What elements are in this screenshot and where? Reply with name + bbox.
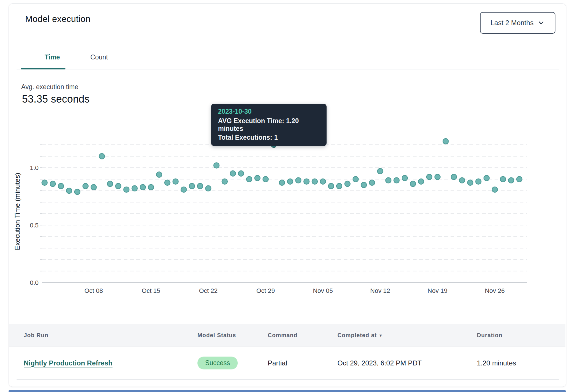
data-point[interactable] [443,139,448,144]
y-tick-label: 0.5 [30,222,39,229]
data-point[interactable] [369,180,375,185]
data-point[interactable] [320,179,326,184]
data-point[interactable] [517,177,522,182]
data-point[interactable] [509,178,514,183]
data-point[interactable] [247,177,252,182]
data-point[interactable] [206,186,211,191]
data-point[interactable] [263,177,268,182]
data-point[interactable] [42,180,47,185]
data-point[interactable] [427,174,432,180]
data-point[interactable] [66,188,72,193]
data-point[interactable] [410,181,416,187]
x-tick-label: Nov 12 [370,287,390,294]
column-header-model-status[interactable]: Model Status [197,332,268,339]
sort-desc-icon[interactable]: ▾ [379,333,382,337]
x-tick-label: Nov 05 [313,287,333,294]
data-point[interactable] [214,163,219,168]
column-header-completed-at[interactable]: Completed at ▾ [337,332,477,339]
tooltip-date: 2023-10-30 [218,108,320,115]
data-point[interactable] [304,179,309,184]
data-point[interactable] [467,180,473,185]
data-point[interactable] [394,178,399,183]
data-point[interactable] [83,183,88,189]
data-point[interactable] [173,179,178,184]
page-title: Model execution [25,14,91,24]
data-point[interactable] [287,179,293,184]
data-point[interactable] [148,185,154,190]
data-point[interactable] [50,181,55,187]
data-point[interactable] [181,187,187,192]
x-tick-label: Oct 15 [142,287,160,294]
next-section-edge [9,390,566,392]
data-point[interactable] [91,185,96,190]
tabs-divider [17,69,559,69]
status-badge: Success [197,357,238,369]
data-point[interactable] [157,172,162,177]
data-point[interactable] [328,183,334,189]
avg-execution-time-label: Avg. execution time [21,83,78,91]
data-point[interactable] [386,178,391,183]
data-point[interactable] [500,177,506,182]
data-point[interactable] [132,186,137,191]
data-point[interactable] [255,175,260,181]
column-header-job-run[interactable]: Job Run [24,332,197,339]
data-point[interactable] [451,174,457,180]
data-point[interactable] [222,179,227,184]
data-point[interactable] [279,180,285,185]
chevron-down-icon [537,19,545,27]
x-tick-label: Nov 19 [427,287,447,294]
table-header-row: Job Run Model Status Command Completed a… [9,324,565,347]
row-divider [17,379,559,380]
tooltip-avg-execution-time: AVG Execution Time: 1.20 minutes [218,117,320,133]
data-point[interactable] [312,179,317,184]
data-point[interactable] [230,171,235,176]
data-point[interactable] [197,183,203,189]
data-point[interactable] [165,180,170,185]
data-point[interactable] [107,181,113,187]
active-tab-underline [21,68,65,69]
date-range-dropdown[interactable]: Last 2 Months [480,12,555,34]
data-point[interactable] [353,177,358,182]
command-cell: Partial [268,359,337,367]
data-point[interactable] [124,187,129,192]
job-run-link[interactable]: Nightly Production Refresh [24,359,113,367]
data-point[interactable] [189,183,195,189]
tooltip-total-executions: Total Executions: 1 [218,134,320,141]
execution-time-chart: 0.00.51.0Execution Time (minutes)Oct 08O… [9,123,566,309]
data-point[interactable] [115,183,121,189]
data-point[interactable] [492,187,497,192]
x-tick-label: Oct 22 [199,287,218,294]
x-tick-label: Nov 26 [485,287,505,294]
column-header-command[interactable]: Command [268,332,337,339]
data-point[interactable] [402,175,407,181]
data-point[interactable] [140,185,145,190]
data-point[interactable] [99,153,105,159]
y-axis-title: Execution Time (minutes) [13,173,21,250]
chart-tooltip: 2023-10-30 AVG Execution Time: 1.20 minu… [211,104,327,146]
data-point[interactable] [345,181,350,187]
data-point[interactable] [361,182,367,188]
date-range-label: Last 2 Months [491,19,534,27]
x-tick-label: Oct 08 [84,287,103,294]
data-point[interactable] [238,171,244,176]
data-point[interactable] [337,183,342,189]
data-point[interactable] [418,179,424,184]
data-point[interactable] [377,169,383,174]
data-point[interactable] [459,178,465,183]
data-point[interactable] [58,183,64,189]
data-point[interactable] [75,189,80,195]
data-point[interactable] [435,174,440,180]
table-row: Nightly Production Refresh Success Parti… [9,347,565,379]
data-point[interactable] [296,178,301,183]
duration-cell: 1.20 minutes [477,359,565,367]
data-point[interactable] [484,175,489,181]
model-execution-card: Model execution Last 2 Months Time Count… [9,3,566,387]
column-header-duration[interactable]: Duration [477,332,565,339]
y-tick-label: 1.0 [30,164,39,171]
avg-execution-time-value: 53.35 seconds [22,93,90,105]
tab-time[interactable]: Time [35,53,70,61]
x-tick-label: Oct 29 [256,287,275,294]
tab-count[interactable]: Count [79,53,120,61]
completed-at-cell: Oct 29, 2023, 6:02 PM PDT [337,359,477,367]
data-point[interactable] [476,179,481,184]
